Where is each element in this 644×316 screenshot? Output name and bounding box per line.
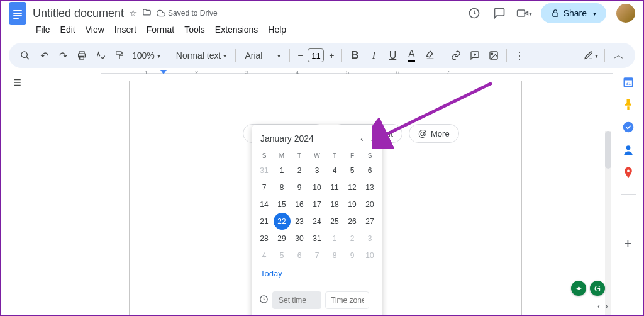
paragraph-style-select[interactable]: Normal text▾ bbox=[171, 50, 232, 60]
meet-icon[interactable]: ▾ bbox=[516, 4, 533, 22]
day-2[interactable]: 2 bbox=[291, 162, 308, 179]
day-25[interactable]: 25 bbox=[326, 213, 343, 230]
more-options-icon[interactable]: ⋮ bbox=[511, 47, 528, 64]
insert-link-icon[interactable] bbox=[447, 47, 465, 64]
comment-icon[interactable] bbox=[491, 4, 508, 22]
day-1[interactable]: 1 bbox=[274, 162, 291, 179]
day-24[interactable]: 24 bbox=[309, 213, 326, 230]
day-3[interactable]: 3 bbox=[309, 162, 326, 179]
day-next-7[interactable]: 7 bbox=[309, 247, 326, 264]
day-next-6[interactable]: 6 bbox=[291, 247, 308, 264]
menu-tools[interactable]: Tools bbox=[180, 23, 209, 37]
day-next-10[interactable]: 10 bbox=[362, 247, 379, 264]
day-14[interactable]: 14 bbox=[256, 196, 273, 213]
avatar[interactable] bbox=[616, 4, 635, 23]
day-7[interactable]: 7 bbox=[256, 179, 273, 196]
day-27[interactable]: 27 bbox=[362, 213, 379, 230]
share-button[interactable]: Share ▾ bbox=[541, 3, 606, 23]
calendar-icon[interactable]: 31 bbox=[622, 76, 635, 88]
doc-title[interactable]: Untitled document bbox=[33, 7, 124, 20]
menu-format[interactable]: Format bbox=[142, 23, 179, 37]
day-next-3[interactable]: 3 bbox=[362, 230, 379, 247]
day-prev-31[interactable]: 31 bbox=[256, 162, 273, 179]
decrease-font-icon[interactable]: − bbox=[294, 49, 306, 62]
day-22-selected[interactable]: 22 bbox=[274, 213, 291, 230]
docs-logo[interactable] bbox=[9, 2, 26, 25]
grammarly-icon-1[interactable]: ✦ bbox=[571, 281, 586, 296]
search-icon[interactable] bbox=[16, 47, 34, 64]
day-next-4[interactable]: 4 bbox=[256, 247, 273, 264]
menu-file[interactable]: File bbox=[31, 23, 55, 37]
day-next-2[interactable]: 2 bbox=[344, 230, 361, 247]
day-31[interactable]: 31 bbox=[309, 230, 326, 247]
print-icon[interactable] bbox=[73, 47, 91, 64]
menu-view[interactable]: View bbox=[81, 23, 109, 37]
day-6[interactable]: 6 bbox=[362, 162, 379, 179]
prev-month-icon[interactable]: ‹ bbox=[360, 134, 363, 144]
day-15[interactable]: 15 bbox=[274, 196, 291, 213]
tasks-icon[interactable] bbox=[622, 121, 635, 133]
day-20[interactable]: 20 bbox=[362, 196, 379, 213]
zoom-select[interactable]: 100%▾ bbox=[130, 50, 163, 60]
day-9[interactable]: 9 bbox=[291, 179, 308, 196]
menu-extensions[interactable]: Extensions bbox=[211, 23, 262, 37]
set-time-input[interactable] bbox=[272, 291, 321, 309]
day-next-8[interactable]: 8 bbox=[326, 247, 343, 264]
grammarly-icon-2[interactable]: G bbox=[590, 281, 605, 296]
font-select[interactable]: Arial▾ bbox=[240, 50, 286, 60]
day-next-1[interactable]: 1 bbox=[326, 230, 343, 247]
insert-image-icon[interactable] bbox=[485, 47, 502, 64]
day-18[interactable]: 18 bbox=[326, 196, 343, 213]
day-29[interactable]: 29 bbox=[274, 230, 291, 247]
day-16[interactable]: 16 bbox=[291, 196, 308, 213]
day-19[interactable]: 19 bbox=[344, 196, 361, 213]
spellcheck-icon[interactable] bbox=[92, 47, 109, 64]
increase-font-icon[interactable]: + bbox=[325, 49, 338, 62]
paint-format-icon[interactable] bbox=[111, 47, 128, 64]
bold-icon[interactable]: B bbox=[346, 47, 364, 64]
history-icon[interactable] bbox=[465, 4, 483, 22]
editing-mode-icon[interactable]: ▾ bbox=[582, 47, 599, 64]
collapse-icon[interactable]: ︿ bbox=[610, 47, 628, 64]
svg-point-14 bbox=[623, 122, 633, 133]
star-icon[interactable]: ☆ bbox=[129, 8, 137, 19]
day-5[interactable]: 5 bbox=[344, 162, 361, 179]
outline-icon[interactable] bbox=[11, 77, 22, 91]
day-23[interactable]: 23 bbox=[291, 213, 308, 230]
get-addons-icon[interactable]: + bbox=[624, 235, 632, 252]
scrollbar-vertical[interactable] bbox=[605, 131, 611, 316]
menu-insert[interactable]: Insert bbox=[110, 23, 141, 37]
undo-icon[interactable]: ↶ bbox=[35, 47, 53, 64]
day-next-5[interactable]: 5 bbox=[274, 247, 291, 264]
today-link[interactable]: Today bbox=[255, 264, 379, 278]
menu-help[interactable]: Help bbox=[264, 23, 291, 37]
day-next-9[interactable]: 9 bbox=[344, 247, 361, 264]
menu-edit[interactable]: Edit bbox=[56, 23, 80, 37]
move-icon[interactable] bbox=[142, 8, 152, 19]
keep-icon[interactable] bbox=[622, 98, 635, 111]
day-26[interactable]: 26 bbox=[344, 213, 361, 230]
italic-icon[interactable]: I bbox=[365, 47, 382, 64]
redo-icon[interactable]: ↷ bbox=[54, 47, 72, 64]
day-12[interactable]: 12 bbox=[344, 179, 361, 196]
font-size-input[interactable] bbox=[308, 48, 324, 62]
chip-more[interactable]: @ More bbox=[409, 124, 459, 143]
day-4[interactable]: 4 bbox=[326, 162, 343, 179]
day-11[interactable]: 11 bbox=[326, 179, 343, 196]
highlight-icon[interactable] bbox=[421, 47, 439, 64]
text-color-icon[interactable]: A bbox=[402, 47, 420, 64]
day-8[interactable]: 8 bbox=[274, 179, 291, 196]
day-13[interactable]: 13 bbox=[362, 179, 379, 196]
add-comment-icon[interactable] bbox=[466, 47, 484, 64]
timezone-input[interactable] bbox=[325, 291, 369, 309]
explore-toggle[interactable]: ‹ › bbox=[597, 301, 608, 311]
day-17[interactable]: 17 bbox=[309, 196, 326, 213]
maps-icon[interactable] bbox=[622, 166, 635, 179]
day-30[interactable]: 30 bbox=[291, 230, 308, 247]
day-28[interactable]: 28 bbox=[256, 230, 273, 247]
day-10[interactable]: 10 bbox=[309, 179, 326, 196]
contacts-icon[interactable] bbox=[622, 144, 635, 156]
underline-icon[interactable]: U bbox=[384, 47, 401, 64]
next-month-icon[interactable]: › bbox=[371, 134, 374, 144]
day-21[interactable]: 21 bbox=[256, 213, 273, 230]
